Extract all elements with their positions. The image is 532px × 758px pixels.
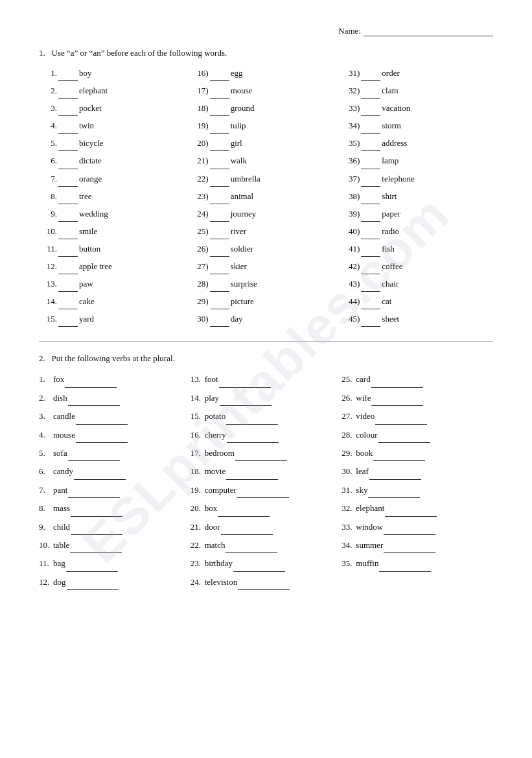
plural-item-number: 25. [341,372,356,386]
plural-item-number: 27. [341,409,356,423]
word-item: 12. apple tree [39,258,191,276]
plural-word-label: cherry [205,427,226,442]
plural-answer-blank [371,390,423,406]
plural-word-label: match [205,538,226,552]
answer-blank [361,242,380,257]
word-item: 7. orange [39,171,191,188]
word-item: 1. boy [39,65,191,82]
plural-answer-blank [68,482,120,498]
item-number: 35) [341,136,360,150]
plural-item: 19.computer [191,481,342,499]
item-number: 29) [191,294,209,309]
plural-answer-blank [67,574,119,590]
plural-item-number: 2. [39,390,53,405]
item-number: 1. [39,66,57,80]
answer-blank [210,101,229,116]
word-label: radio [382,224,399,239]
plural-answer-blank [65,372,117,387]
plural-item-number: 9. [39,519,53,534]
plural-item: 7.pant [39,481,191,499]
plural-item-number: 10. [39,538,53,552]
word-label: fish [382,242,395,256]
plural-item: 6.candy [39,462,191,480]
answer-blank [210,242,229,257]
plural-answer-blank [384,519,435,535]
word-label: shirt [382,189,397,204]
item-number: 24) [191,207,209,221]
plural-item-number: 28. [341,427,356,442]
plural-word-label: child [53,519,70,534]
word-label: skier [231,259,247,274]
plural-answer-blank [68,390,120,406]
word-label: surprise [231,277,257,291]
answer-blank [210,277,229,292]
plural-word-label: colour [356,427,377,442]
plural-item: 11.bag [39,554,191,573]
plural-word-label: play [205,390,219,405]
plural-word-label: movie [205,464,226,479]
word-label: day [231,312,243,326]
plural-answer-blank [373,445,425,461]
plural-word-label: sofa [53,445,67,460]
word-item: 36) lamp [341,152,493,170]
word-label: paw [79,277,93,291]
word-item: 22) umbrella [191,171,342,188]
word-item: 39) paper [341,206,493,223]
plural-item: 22.match [191,536,342,554]
answer-blank [361,312,380,327]
name-underline-line [364,26,493,36]
item-number: 27) [191,259,209,274]
plural-item-number: 16. [191,427,205,442]
word-item: 19) tulip [191,117,342,135]
plural-item-number: 4. [39,427,53,442]
word-item: 43) chair [341,276,493,293]
word-label: telephone [382,172,415,186]
plural-item-number: 22. [191,538,205,552]
item-number: 42) [341,259,360,274]
plural-answer-blank [378,427,430,443]
word-label: journey [231,207,257,221]
plural-item-number: 33. [341,519,356,534]
plural-word-label: sky [356,482,367,497]
plural-word-label: birthday [205,556,233,571]
answer-blank [361,294,380,309]
word-item: 32) clam [341,82,493,100]
plural-item-number: 5. [39,445,53,460]
word-item: 6. dictate [39,152,191,170]
col1: 1. boy2. elephant3. pocket4. twin5. bicy… [39,65,191,328]
word-label: lamp [382,154,399,168]
answer-blank [210,136,229,151]
answer-blank [210,84,229,99]
word-item: 18) ground [191,100,342,117]
answer-blank [58,101,78,116]
word-item: 28) surprise [191,276,342,293]
item-number: 31) [341,66,360,80]
answer-blank [210,154,229,169]
section2-instruction: Put the following verbs at the plural. [52,353,175,363]
word-item: 24) journey [191,206,342,223]
plural-item-number: 26. [341,390,356,405]
item-number: 21) [191,154,209,168]
plural-item-number: 29. [341,445,356,460]
word-item: 42) coffee [341,258,493,276]
word-item: 9. wedding [39,206,191,223]
word-label: mouse [231,84,253,98]
word-item: 29) picture [191,293,342,311]
plural-item: 25.card [341,370,493,388]
word-label: tree [79,189,91,204]
plural-answer-blank [237,482,289,498]
section-divider [39,341,493,342]
plural-item-number: 15. [191,409,205,423]
item-number: 41) [341,242,360,256]
word-item: 31) order [341,65,493,82]
answer-blank [58,172,78,187]
plural-word-label: elephant [356,501,384,515]
section1-word-grid: 1. boy2. elephant3. pocket4. twin5. bicy… [39,65,493,328]
item-number: 15. [39,312,57,326]
answer-blank [210,189,229,204]
word-label: smile [79,224,97,239]
answer-blank [210,259,229,274]
word-item: 38) shirt [341,188,493,206]
plural-answer-blank [71,519,122,535]
plural-item: 12.dog [39,573,191,591]
